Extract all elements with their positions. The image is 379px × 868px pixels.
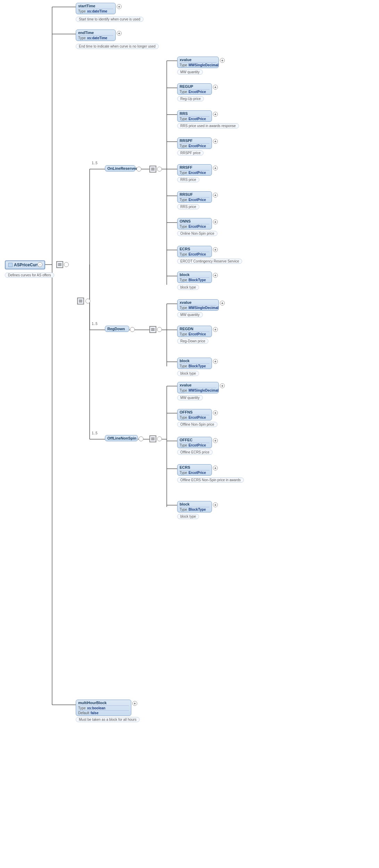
block-regdown-plus[interactable]: + [213, 359, 218, 364]
ecrs-online-desc: ERCOT Contingency Reserve Service [177, 259, 242, 264]
starttime-type-value: xs:dateTime [87, 9, 107, 13]
offec-node: OFFEC Type ErcotPrice [177, 437, 212, 448]
onlinereserves-mult: 1..5 [92, 161, 98, 165]
starttime-type-label: Type [78, 9, 86, 13]
rrspf-desc: RRSPF price [177, 150, 204, 156]
rrsff-desc: RRS price [177, 177, 199, 182]
starttime-plus[interactable]: + [117, 4, 122, 9]
rrsuf-desc: RRS price [177, 204, 199, 209]
xvalue-online-node: xvalue Type MWSingleDecimal [177, 57, 219, 68]
regdown-circle [130, 327, 135, 332]
offlinenonspin-circle [139, 436, 143, 441]
multihourblock-label: multiHourBlock [78, 701, 107, 705]
xvalue-online-label: xvalue [180, 58, 191, 62]
rrsuf-plus[interactable]: + [213, 193, 218, 198]
xvalue-regdown-desc: MW quantity [177, 312, 203, 317]
block-online-desc: block type [177, 285, 199, 290]
xvalue-regdown-node: xvalue Type MWSingleDecimal [177, 299, 219, 311]
xvalue-offline-plus[interactable]: + [220, 383, 225, 388]
regdown-branch-seq [77, 298, 84, 304]
rrsuf-node: RRSUF Type ErcotPrice [177, 191, 212, 203]
onlinereserves-node: OnLineReserves [105, 165, 135, 172]
rrspf-node: RRSPF Type ErcotPrice [177, 137, 212, 149]
rrsff-plus[interactable]: + [213, 166, 218, 170]
endtime-plus[interactable]: + [117, 31, 122, 36]
multihourblock-node: multiHourBlock Type xs:boolean Default f… [76, 700, 131, 716]
multihourblock-type-label: Type [78, 706, 86, 710]
offns-desc: Offline Non-Spin price [177, 422, 217, 427]
endtime-desc: End time to indicate when curve is no lo… [76, 44, 159, 49]
block-offline-node: block Type BlockType [177, 501, 212, 512]
xvalue-regdown-plus[interactable]: + [220, 301, 225, 306]
regdn-desc: Reg-Down price [177, 339, 208, 344]
multihourblock-default-label: Default [78, 711, 89, 715]
rrs-plus[interactable]: + [213, 112, 218, 117]
regup-node: REGUP Type ErcotPrice [177, 83, 212, 95]
aspricecurve-desc: Defines curves for AS offers [5, 273, 54, 278]
ecrs-online-plus[interactable]: + [213, 247, 218, 252]
multihourblock-plus[interactable]: + [132, 701, 137, 706]
regdn-plus[interactable]: + [213, 327, 218, 332]
block-regdown-desc: block type [177, 371, 199, 376]
block-offline-plus[interactable]: + [213, 502, 218, 507]
regdown-branch-circle [85, 299, 90, 303]
multihourblock-type-value: xs:boolean [87, 706, 106, 710]
onlinereserves-seq [149, 166, 156, 173]
xvalue-offline-desc: MW quantity [177, 395, 203, 400]
onlinereserves-seq-circle [157, 167, 162, 172]
aspricecurve-seq [56, 261, 63, 268]
regdown-seq-circle [157, 327, 162, 332]
offlinenonspin-mult: 1..5 [92, 431, 98, 435]
offlinenonspin-seq [149, 435, 156, 442]
regdn-node: REGDN Type ErcotPrice [177, 326, 212, 337]
endtime-type-label: Type [78, 36, 86, 40]
regdown-node: RegDown [105, 326, 129, 332]
offns-plus[interactable]: + [213, 410, 218, 415]
rrs-node: RRS Type ErcotPrice [177, 110, 212, 122]
starttime-label: startTime [78, 4, 95, 8]
ecrs-offline-plus[interactable]: + [213, 466, 218, 470]
regdown-seq [149, 326, 156, 333]
entity-icon [8, 263, 13, 267]
rrsff-node: RRSFF Type ErcotPrice [177, 164, 212, 176]
ecrs-offline-node: ECRS Type ErcotPrice [177, 464, 212, 476]
regup-desc: Reg-Up price [177, 96, 204, 101]
rrspf-plus[interactable]: + [213, 139, 218, 144]
offlinenonspin-seq-circle [157, 436, 162, 441]
regup-plus[interactable]: + [213, 85, 218, 90]
endtime-node: endTime Type xs:dateTime [76, 30, 116, 41]
multihourblock-default-value: false [91, 711, 99, 715]
ecrs-offline-desc: Offline ECRS Non-Spin price in awards [177, 477, 244, 483]
block-online-plus[interactable]: + [213, 273, 218, 278]
aspricecurve-circle: ○ [38, 262, 42, 267]
starttime-node: startTime Type xs:dateTime [76, 3, 116, 14]
multihourblock-desc: Must be taken as a block for all hours [76, 717, 140, 722]
onns-desc: Online Non-Spin price [177, 231, 217, 236]
aspricecurve-seq-circle [64, 262, 69, 267]
onlinereserves-circle [137, 167, 141, 172]
xvalue-online-plus[interactable]: + [220, 58, 225, 63]
onns-plus[interactable]: + [213, 219, 218, 224]
block-regdown-node: block Type BlockType [177, 358, 212, 369]
rrs-desc: RRS price used in awards response [177, 123, 239, 128]
endtime-label: endTime [78, 31, 94, 35]
block-online-node: block Type BlockType [177, 272, 212, 283]
onlinereserves-label: OnLineReserves [107, 166, 138, 170]
regdown-mult: 1..5 [92, 322, 98, 326]
ecrs-online-node: ECRS Type ErcotPrice [177, 246, 212, 257]
xvalue-online-desc: MW quantity [177, 69, 203, 75]
endtime-type-value: xs:dateTime [87, 36, 107, 40]
offlinenonspin-node: OffLineNonSpin [105, 435, 138, 441]
xvalue-offline-node: xvalue Type MWSingleDecimal [177, 382, 219, 393]
offec-desc: Offline ECRS price [177, 450, 213, 455]
offec-plus[interactable]: + [213, 438, 218, 443]
starttime-desc: Start time to identify when curve is use… [76, 17, 143, 22]
offns-node: OFFNS Type ErcotPrice [177, 409, 212, 420]
onns-node: ONNS Type ErcotPrice [177, 218, 212, 229]
block-offline-desc: block type [177, 514, 199, 519]
